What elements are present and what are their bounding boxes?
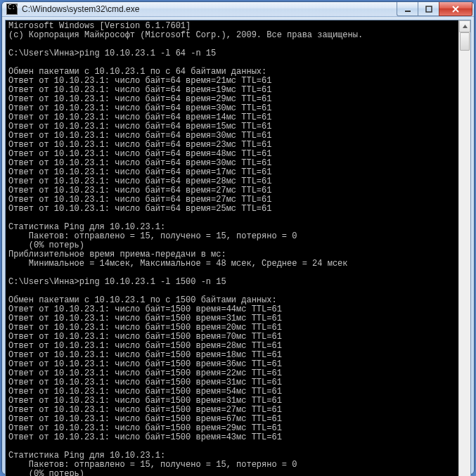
close-button[interactable] bbox=[439, 2, 472, 16]
console-output[interactable]: Microsoft Windows [Version 6.1.7601] (c)… bbox=[6, 20, 458, 476]
scroll-up-button[interactable] bbox=[459, 20, 470, 32]
window-title: C:\Windows\system32\cmd.exe bbox=[22, 4, 397, 14]
cmd-window: C:\ C:\Windows\system32\cmd.exe Microsof… bbox=[1, 1, 475, 475]
minimize-icon bbox=[404, 6, 411, 13]
scroll-track[interactable] bbox=[459, 32, 470, 476]
svg-marker-2 bbox=[463, 25, 468, 28]
window-controls bbox=[397, 2, 472, 16]
chevron-up-icon bbox=[462, 23, 468, 30]
scroll-thumb[interactable] bbox=[460, 32, 470, 51]
minimize-button[interactable] bbox=[397, 2, 418, 16]
svg-rect-0 bbox=[405, 11, 411, 12]
vertical-scrollbar[interactable] bbox=[458, 20, 470, 476]
maximize-icon bbox=[425, 6, 432, 13]
close-icon bbox=[451, 6, 460, 13]
client-area: Microsoft Windows [Version 6.1.7601] (c)… bbox=[5, 20, 471, 476]
maximize-button[interactable] bbox=[418, 2, 439, 16]
cmd-icon: C:\ bbox=[6, 4, 18, 15]
svg-rect-1 bbox=[426, 6, 432, 12]
titlebar[interactable]: C:\ C:\Windows\system32\cmd.exe bbox=[2, 2, 474, 17]
